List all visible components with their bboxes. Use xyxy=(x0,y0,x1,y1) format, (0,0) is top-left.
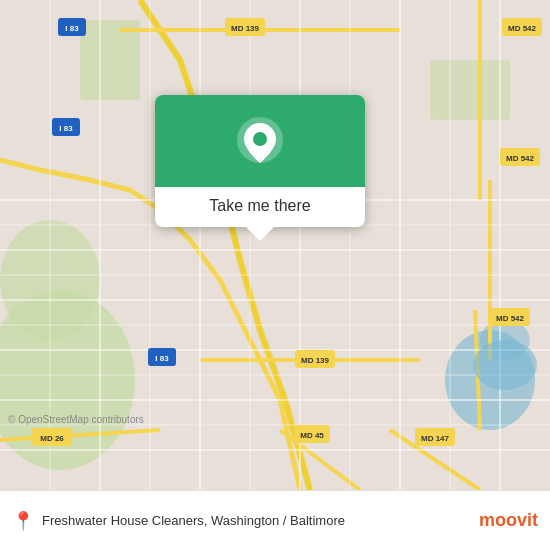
popup-green-area xyxy=(155,95,365,187)
copyright-text: © OpenStreetMap contributors xyxy=(8,414,144,425)
location-pin-icon xyxy=(237,117,283,169)
svg-text:MD 26: MD 26 xyxy=(40,434,64,443)
svg-text:I 83: I 83 xyxy=(59,124,73,133)
svg-point-60 xyxy=(473,340,537,390)
svg-point-62 xyxy=(253,132,267,146)
moovit-logo: moovit xyxy=(479,510,538,531)
svg-text:I 83: I 83 xyxy=(155,354,169,363)
map-container: I 83 I 83 I 83 I 83 MD 139 MD 139 MD 542… xyxy=(0,0,550,490)
svg-text:MD 139: MD 139 xyxy=(231,24,260,33)
footer-bar: 📍 Freshwater House Cleaners, Washington … xyxy=(0,490,550,550)
take-me-there-button[interactable]: Take me there xyxy=(193,187,326,227)
popup-triangle xyxy=(246,227,274,241)
svg-text:MD 147: MD 147 xyxy=(421,434,450,443)
svg-text:MD 542: MD 542 xyxy=(496,314,525,323)
svg-text:I 83: I 83 xyxy=(65,24,79,33)
footer-location-text: Freshwater House Cleaners, Washington / … xyxy=(42,513,345,528)
svg-text:MD 45: MD 45 xyxy=(300,431,324,440)
svg-rect-6 xyxy=(430,60,510,120)
svg-text:MD 139: MD 139 xyxy=(301,356,330,365)
map-popup: Take me there xyxy=(155,95,365,227)
svg-text:MD 542: MD 542 xyxy=(506,154,535,163)
footer-brand: moovit xyxy=(479,510,538,531)
svg-text:MD 542: MD 542 xyxy=(508,24,537,33)
footer-pin-icon: 📍 xyxy=(12,510,34,532)
